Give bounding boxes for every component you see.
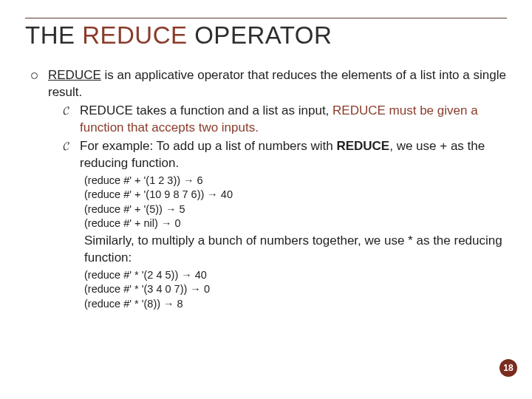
code-result: 8 xyxy=(174,298,183,310)
code-expr: (reduce #' + '(10 9 8 7 6)) xyxy=(84,188,207,200)
code-result: 40 xyxy=(192,269,207,281)
code-line: (reduce #' * '(3 4 0 7)) → 0 xyxy=(84,282,507,297)
code-expr: (reduce #' * '(2 4 5)) xyxy=(84,269,181,281)
sub-bullet-2: 𝓒 For example: To add up a list of numbe… xyxy=(58,138,507,172)
code-block-2: (reduce #' * '(2 4 5)) → 40(reduce #' * … xyxy=(31,268,507,312)
code-result: 6 xyxy=(194,174,203,186)
script-bullet-icon: 𝓒 xyxy=(58,140,74,153)
code-expr: (reduce #' * '(8)) xyxy=(84,298,163,310)
code-line: (reduce #' + '(5)) → 5 xyxy=(84,202,507,217)
sub1-text: REDUCE takes a function and a list as in… xyxy=(80,103,507,137)
code-expr: (reduce #' + '(1 2 3)) xyxy=(84,174,183,186)
arrow-icon: → xyxy=(161,217,172,229)
sub2-text: For example: To add up a list of numbers… xyxy=(80,138,507,172)
slide: THE REDUCE OPERATOR REDUCE is an applica… xyxy=(0,0,532,399)
code-result: 40 xyxy=(218,188,233,200)
sub-bullets: 𝓒 REDUCE takes a function and a list as … xyxy=(31,103,507,172)
title-suffix: OPERATOR xyxy=(194,21,332,49)
arrow-icon: → xyxy=(183,174,194,186)
sub-bullet-1: 𝓒 REDUCE takes a function and a list as … xyxy=(58,103,507,137)
script-bullet-icon: 𝓒 xyxy=(58,104,74,117)
code-result: 0 xyxy=(201,283,210,295)
intro-rest: is an applicative operator that reduces … xyxy=(48,68,506,99)
arrow-icon: → xyxy=(190,283,201,295)
arrow-icon: → xyxy=(207,188,218,200)
intro-underline: REDUCE xyxy=(48,68,101,82)
sub1-a: REDUCE takes a function and a list as in… xyxy=(80,103,332,117)
code-line: (reduce #' + '(10 9 8 7 6)) → 40 xyxy=(84,188,507,202)
code-result: 0 xyxy=(171,217,180,229)
code-expr: (reduce #' + nil) xyxy=(84,217,161,229)
page-number-badge: 18 xyxy=(499,359,517,377)
title-prefix: THE xyxy=(25,21,82,49)
code-line: (reduce #' * '(8)) → 8 xyxy=(84,297,507,312)
code-line: (reduce #' * '(2 4 5)) → 40 xyxy=(84,268,507,283)
sub2-bold: REDUCE xyxy=(336,139,389,153)
code-line: (reduce #' + '(1 2 3)) → 6 xyxy=(84,174,507,188)
title-accent: REDUCE xyxy=(82,21,194,49)
sub2-a: For example: To add up a list of numbers… xyxy=(80,139,336,153)
circle-bullet-icon xyxy=(31,72,38,79)
bullet-level1: REDUCE is an applicative operator that r… xyxy=(31,67,507,101)
intro-text: REDUCE is an applicative operator that r… xyxy=(48,67,507,101)
top-separator xyxy=(25,18,507,18)
followup-text: Similarly, to multiply a bunch of number… xyxy=(31,233,507,267)
slide-title: THE REDUCE OPERATOR xyxy=(25,21,507,50)
arrow-icon: → xyxy=(181,269,192,281)
arrow-icon: → xyxy=(166,203,177,215)
code-block-1: (reduce #' + '(1 2 3)) → 6(reduce #' + '… xyxy=(31,174,507,231)
page-number: 18 xyxy=(503,363,513,373)
arrow-icon: → xyxy=(163,298,174,310)
code-line: (reduce #' + nil) → 0 xyxy=(84,216,507,231)
code-expr: (reduce #' + '(5)) xyxy=(84,203,166,215)
code-result: 5 xyxy=(176,203,185,215)
code-expr: (reduce #' * '(3 4 0 7)) xyxy=(84,283,190,295)
content-block: REDUCE is an applicative operator that r… xyxy=(25,67,507,311)
